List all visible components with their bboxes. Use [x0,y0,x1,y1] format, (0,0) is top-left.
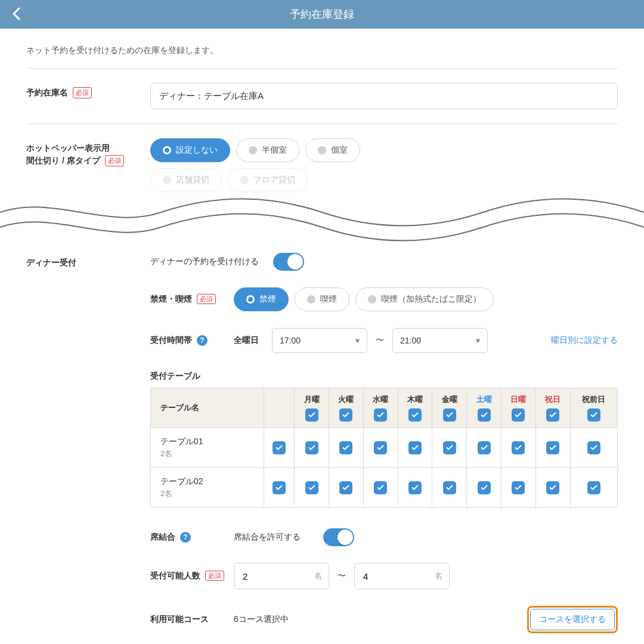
th-prehol: 祝前日 [570,388,617,428]
check-all-tue[interactable] [339,408,352,422]
label-courses: 利用可能コース [150,614,234,625]
seat-type-option-none[interactable]: 設定しない [150,138,230,162]
th-tue: 火曜 [329,388,364,428]
hours-end-select[interactable]: 21:00 ▾ [392,328,488,353]
label-stock-name: 予約在庫名 必須 [26,83,150,99]
checkbox[interactable] [478,441,491,454]
row-seat-type: ホットペッパー表示用 間仕切り / 席タイプ 必須 設定しない 半個室 個室 店… [26,124,618,194]
th-all [264,388,295,428]
label-smoking: 禁煙・喫煙 必須 [150,294,234,305]
th-sat: 土曜 [467,388,501,428]
th-sun: 日曜 [501,388,536,428]
checkbox[interactable] [374,481,387,494]
row-capacity: 受付可能人数 必須 名 〜 名 [150,555,618,597]
checkbox[interactable] [305,441,318,454]
checkbox[interactable] [443,481,456,494]
hours-day: 全曜日 [234,335,264,346]
checkbox[interactable] [512,441,525,454]
checkbox[interactable] [374,441,387,454]
label-capacity: 受付可能人数 必須 [150,571,234,581]
label-seat-type: ホットペッパー表示用 間仕切り / 席タイプ 必須 [26,138,150,167]
required-badge: 必須 [73,87,92,98]
checkbox[interactable] [546,441,559,454]
checkbox[interactable] [273,481,286,494]
help-icon[interactable]: ? [180,532,191,543]
check-all-wed[interactable] [374,408,387,422]
combine-toggle[interactable] [323,528,354,546]
check-all-prehol[interactable] [587,408,600,422]
th-name: テーブル名 [151,388,264,428]
chevron-down-icon: ▾ [355,336,360,345]
label-combine: 席結合 ? [150,532,234,543]
row-courses: 利用可能コース 6コース選択中 コースを選択する [150,597,618,642]
tables-grid: テーブル名 月曜 火曜 水曜 木曜 金曜 土曜 日曜 祝日 祝前日 テーブル01… [150,388,618,508]
page-title: 予約在庫登録 [290,7,354,21]
help-icon[interactable]: ? [197,335,208,346]
th-wed: 水曜 [363,388,398,428]
check-all-mon[interactable] [305,408,318,422]
check-all-sat[interactable] [478,408,491,422]
checkbox[interactable] [443,441,456,454]
table-row: テーブル012名 [151,428,618,468]
label-dinner: ディナー受付 [26,253,150,269]
row-stock-name: 予約在庫名 必須 [26,69,618,124]
table-row: テーブル022名 [151,468,618,508]
check-all-fri[interactable] [443,408,456,422]
checkbox[interactable] [305,481,318,494]
seat-type-option-private[interactable]: 個室 [305,138,360,162]
required-badge: 必須 [205,571,224,581]
dinner-accept-toggle[interactable] [273,253,304,271]
smoking-option-no[interactable]: 禁煙 [234,287,289,311]
th-mon: 月曜 [295,388,329,428]
hours-start-select[interactable]: 17:00 ▾ [272,328,367,353]
checkbox[interactable] [408,481,422,494]
smoking-option-yes[interactable]: 喫煙 [295,287,349,311]
select-courses-button[interactable]: コースを選択する [530,609,615,630]
app-header: 予約在庫登録 [0,0,644,29]
checkbox[interactable] [339,481,352,494]
dinner-accept-text: ディナーの予約を受け付ける [150,256,259,267]
check-all-hol[interactable] [546,408,559,422]
back-icon[interactable] [12,7,20,22]
omission-wave-icon [0,194,644,248]
chevron-down-icon: ▾ [476,336,480,345]
courses-status: 6コース選択中 [234,614,289,625]
checkbox[interactable] [339,441,352,454]
combine-text: 席結合を許可する [234,532,301,543]
checkbox[interactable] [587,441,600,454]
row-dinner: ディナー受付 ディナーの予約を受け付ける 禁煙・喫煙 必須 禁煙 喫煙 喫煙（加… [26,248,618,642]
tables-title: 受付テーブル [150,371,618,382]
check-all-sun[interactable] [512,408,525,422]
intro-text: ネット予約を受け付けるための在庫を登録します。 [26,29,618,69]
label-hours: 受付時間帯 ? [150,335,234,346]
row-hours: 受付時間帯 ? 全曜日 17:00 ▾ 〜 21:00 ▾ 曜日別に設定する [150,320,618,361]
highlight-frame: コースを選択する [527,606,618,633]
checkbox[interactable] [478,481,491,494]
checkbox[interactable] [408,441,422,454]
check-all-thu[interactable] [408,408,422,422]
required-badge: 必須 [197,294,216,304]
row-smoking: 禁煙・喫煙 必須 禁煙 喫煙 喫煙（加熱式たばこ限定） [150,279,618,320]
checkbox[interactable] [273,441,286,454]
required-badge: 必須 [105,155,124,166]
th-fri: 金曜 [432,388,467,428]
checkbox[interactable] [587,481,600,494]
stock-name-input[interactable] [150,83,618,109]
seat-type-option-semi[interactable]: 半個室 [236,138,299,162]
seat-type-option-whole[interactable]: 店舗貸切 [150,168,222,192]
th-hol: 祝日 [535,388,570,428]
checkbox[interactable] [546,481,559,494]
smoking-option-heated[interactable]: 喫煙（加熱式たばこ限定） [355,287,494,311]
seat-type-option-floor[interactable]: フロア貸切 [228,168,308,192]
checkbox[interactable] [512,481,525,494]
by-day-link[interactable]: 曜日別に設定する [551,335,618,346]
th-thu: 木曜 [398,388,432,428]
row-combine: 席結合 ? 席結合を許可する [150,520,618,555]
